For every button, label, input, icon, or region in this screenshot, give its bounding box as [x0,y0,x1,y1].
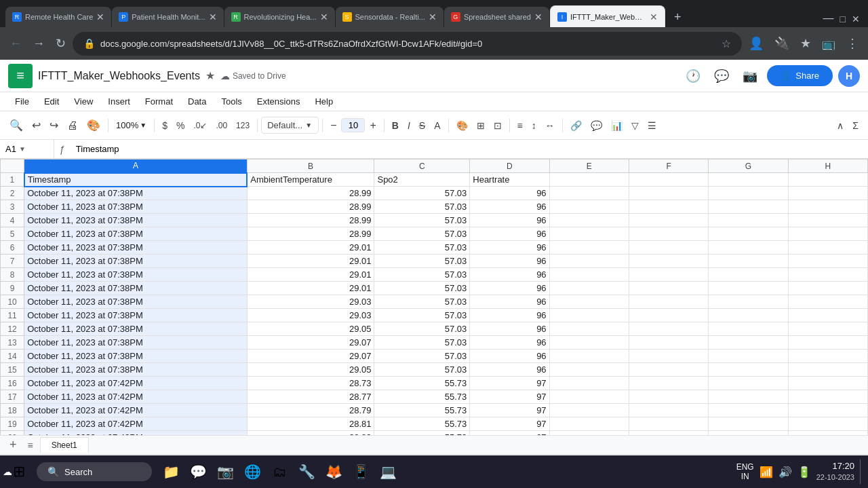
comment-insert-button[interactable]: 💬 [587,117,606,134]
taskbar-app-browser2[interactable]: 🦊 [321,459,346,484]
cell-g19[interactable] [709,417,788,431]
cell-d20[interactable]: 97 [470,431,549,436]
cell-c6[interactable]: 57.03 [374,241,470,255]
tab-bar-minimize[interactable]: — [821,10,837,27]
tab-close-5[interactable]: ✕ [534,12,542,22]
cell-c20[interactable]: 55.73 [374,431,470,436]
cell-e8[interactable] [549,268,629,282]
cell-g6[interactable] [709,241,788,255]
video-button[interactable]: 📷 [738,64,762,88]
cell-b1[interactable]: AmbientTemperature [247,173,374,187]
cell-b2[interactable]: 28.99 [247,187,374,200]
cell-g1[interactable] [709,173,788,187]
cell-a9[interactable]: October 11, 2023 at 07:38PM [24,282,248,295]
cell-h10[interactable] [788,295,867,309]
cell-g2[interactable] [709,187,788,200]
cell-c13[interactable]: 57.03 [374,336,470,350]
cell-b12[interactable]: 29.05 [247,322,374,336]
paint-format-button[interactable]: 🎨 [83,116,104,134]
cell-f1[interactable] [629,173,708,187]
zoom-button[interactable]: 100% ▼ [112,117,151,133]
cell-e4[interactable] [549,214,629,227]
italic-button[interactable]: I [403,117,414,134]
cell-g3[interactable] [709,200,788,214]
cell-f20[interactable] [629,431,708,436]
cell-f18[interactable] [629,404,708,417]
tab-close-6[interactable]: ✕ [650,12,658,22]
reload-button[interactable]: ↻ [52,32,70,55]
cell-d12[interactable]: 96 [470,322,549,336]
cell-h7[interactable] [788,255,867,268]
cell-a5[interactable]: October 11, 2023 at 07:38PM [24,227,248,241]
cell-h6[interactable] [788,241,867,255]
cell-h19[interactable] [788,417,867,431]
cell-c18[interactable]: 55.73 [374,404,470,417]
cell-d19[interactable]: 97 [470,417,549,431]
cell-b18[interactable]: 28.79 [247,404,374,417]
cell-a12[interactable]: October 11, 2023 at 07:38PM [24,322,248,336]
cell-f19[interactable] [629,417,708,431]
cell-c7[interactable]: 57.03 [374,255,470,268]
tab-6-active[interactable]: I IFTTT_Maker_Webho... ✕ [550,5,665,27]
cell-g12[interactable] [709,322,788,336]
cell-b4[interactable]: 28.99 [247,214,374,227]
tab-close-2[interactable]: ✕ [209,12,217,22]
cast-button[interactable]: 📺 [818,33,840,54]
cell-a13[interactable]: October 11, 2023 at 07:38PM [24,336,248,350]
cell-g14[interactable] [709,350,788,363]
show-desktop[interactable] [860,459,863,484]
bookmark-icon[interactable]: ☆ [722,37,731,50]
link-button[interactable]: 🔗 [566,117,586,134]
increase-font-button[interactable]: + [366,117,380,134]
col-header-b[interactable]: B [247,159,374,173]
menu-tools[interactable]: Tools [214,94,248,109]
cell-f7[interactable] [629,255,708,268]
cell-e17[interactable] [549,390,629,404]
cell-e9[interactable] [549,282,629,295]
cell-a8[interactable]: October 11, 2023 at 07:38PM [24,268,248,282]
cell-h4[interactable] [788,214,867,227]
cell-g8[interactable] [709,268,788,282]
cell-c3[interactable]: 57.03 [374,200,470,214]
cell-c12[interactable]: 57.03 [374,322,470,336]
cell-a11[interactable]: October 11, 2023 at 07:38PM [24,309,248,322]
start-button[interactable]: ⊞ [5,458,33,485]
cell-a1[interactable]: Timestamp [24,173,248,187]
tab-bar-close[interactable]: ✕ [849,11,863,27]
cell-a10[interactable]: October 11, 2023 at 07:38PM [24,295,248,309]
percent-button[interactable]: % [172,117,189,134]
cell-d4[interactable]: 96 [470,214,549,227]
cell-e16[interactable] [549,377,629,390]
decrease-decimal-button[interactable]: .0↙ [189,118,211,133]
cell-d8[interactable]: 96 [470,268,549,282]
new-tab-button[interactable]: + [669,7,687,27]
taskbar-search[interactable]: 🔍 Search [37,462,152,481]
cell-h14[interactable] [788,350,867,363]
tab-close-4[interactable]: ✕ [429,12,437,22]
cell-b5[interactable]: 28.99 [247,227,374,241]
tab-close-3[interactable]: ✕ [320,12,328,22]
cell-h17[interactable] [788,390,867,404]
taskbar-app-files[interactable]: 🗂 [267,459,292,484]
sheet-tab-1[interactable]: Sheet1 [40,437,89,453]
cell-c16[interactable]: 55.73 [374,377,470,390]
cell-d11[interactable]: 96 [470,309,549,322]
history-button[interactable]: 🕐 [682,64,705,88]
cell-b8[interactable]: 29.01 [247,268,374,282]
taskbar-time[interactable]: 17:20 22-10-2023 [816,460,854,483]
taskbar-app-camera[interactable]: 📷 [213,459,237,484]
valign-button[interactable]: ↕ [528,117,540,134]
cell-a20[interactable]: October 11, 2023 at 07:42PM [24,431,248,436]
menu-insert[interactable]: Insert [101,94,137,109]
cell-e18[interactable] [549,404,629,417]
sheet-menu-button[interactable]: ≡ [24,438,37,452]
cell-f10[interactable] [629,295,708,309]
cell-h18[interactable] [788,404,867,417]
tab-3[interactable]: R Revolutionizing Hea... ✕ [224,7,335,27]
taskbar-app-tools[interactable]: 🔧 [294,459,319,484]
cell-g5[interactable] [709,227,788,241]
cell-e20[interactable] [549,431,629,436]
search-toolbar-button[interactable]: 🔍 [5,116,27,134]
tab-1[interactable]: R Remote Health Care ✕ [5,7,111,27]
cell-d16[interactable]: 97 [470,377,549,390]
